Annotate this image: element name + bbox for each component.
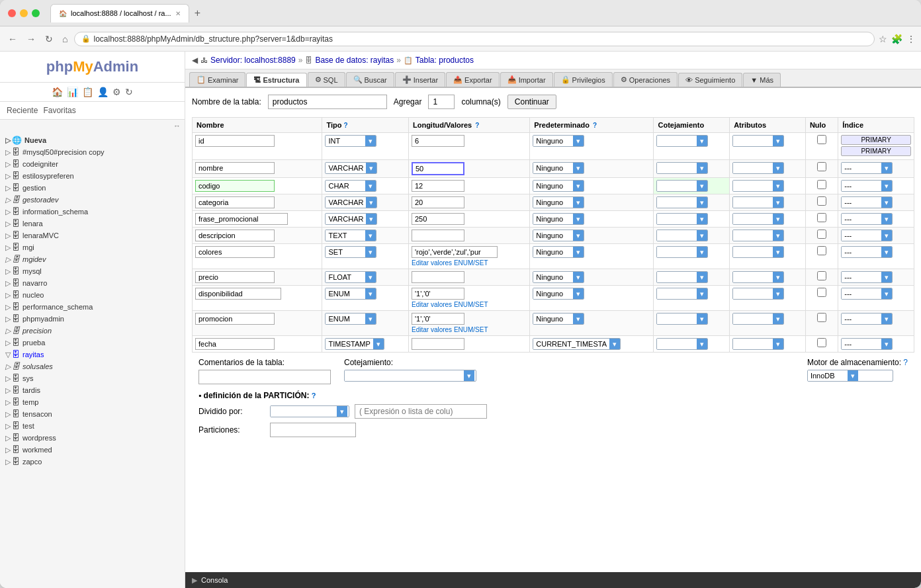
index-arrow-frase[interactable]: ▾ [881,214,892,224]
table-icon[interactable]: 📋 [82,87,93,97]
default-select-frase[interactable]: Ninguno ▾ [533,213,584,225]
type-select-colores-sel[interactable]: SET [326,247,365,257]
null-check-disponibilidad[interactable] [817,288,826,297]
index-select-promocion-sel[interactable]: --- [842,314,881,324]
attr-select-disponibilidad[interactable]: ▾ [732,288,784,300]
partition-help-icon[interactable]: ? [312,392,316,399]
attr-arrow-frase[interactable]: ▾ [773,214,783,224]
index-select-nombre-sel[interactable]: --- [842,163,881,173]
db-item-performance[interactable]: ▷ 🗄 performance_schema [0,301,185,313]
home-sidebar-icon[interactable]: 🏠 [52,87,63,97]
index-arrow-codigo[interactable]: ▾ [881,181,892,191]
browser-tab[interactable]: 🏠 localhost:8888 / localhost / ra... ✕ [50,4,189,22]
default-arrow-nombre[interactable]: ▾ [573,163,584,173]
attr-select-nombre[interactable]: ▾ [732,162,784,174]
attr-select-categoria-sel[interactable] [733,197,773,208]
index-select-frase[interactable]: --- ▾ [841,213,893,225]
default-arrow-colores[interactable]: ▾ [573,247,584,257]
db-item-tensacon[interactable]: ▷ 🗄 tensacon [0,408,185,420]
favorites-nav-item[interactable]: Favoritas [43,106,75,115]
null-check-promocion[interactable] [817,313,826,322]
db-item-solusales[interactable]: ▷ 🗄 solusales [0,360,185,372]
index-arrow-categoria[interactable]: ▾ [881,197,892,208]
db-item-rayitas[interactable]: ▽ 🗄 rayitas [0,349,185,360]
dividido-select[interactable]: ▾ [270,405,349,417]
attr-select-precio-sel[interactable] [733,272,773,282]
collation-select-disponibilidad-sel[interactable] [657,288,697,299]
motor-help-icon[interactable]: ? [903,358,908,367]
motor-select-sel[interactable]: InnoDB [808,370,848,381]
default-select-descripcion[interactable]: Ninguno ▾ [533,230,584,241]
default-arrow-precio[interactable]: ▾ [573,272,584,282]
field-name-input-fecha[interactable] [195,338,275,350]
default-select-categoria-sel[interactable]: Ninguno [533,197,573,208]
field-name-input-promocion[interactable] [195,313,275,325]
db-item-navarro[interactable]: ▷ 🗄 navarro [0,277,185,289]
tab-buscar[interactable]: 🔍 Buscar [346,72,394,87]
db-item-workmed[interactable]: ▷ 🗄 workmed [0,444,185,456]
default-arrow-id[interactable]: ▾ [573,136,584,146]
collation-arrow-promocion[interactable]: ▾ [697,314,707,324]
default-select-promocion-sel[interactable]: Ninguno [533,314,573,324]
index-arrow-fecha[interactable]: ▾ [881,339,892,349]
default-select-promocion[interactable]: Ninguno ▾ [533,313,584,325]
db-item-codeigniter[interactable]: ▷ 🗄 codeigniter [0,158,185,170]
settings-icon[interactable]: ⚙ [112,87,121,97]
address-bar[interactable]: 🔒 localhost:8888/phpMyAdmin/db_structure… [74,32,875,46]
dividido-select-sel[interactable] [271,406,337,417]
dividido-arrow[interactable]: ▾ [337,406,347,417]
length-input-codigo[interactable] [412,180,464,192]
type-select-fecha-sel[interactable]: TIMESTAMP [326,339,373,349]
default-select-fecha-sel[interactable]: CURRENT_TIMESTA [533,339,609,349]
field-name-input-descripcion[interactable] [195,230,275,241]
db-item-gestion[interactable]: ▷ 🗄 gestion [0,182,185,194]
db-item-mgidev[interactable]: ▷ 🗄 mgidev [0,253,185,265]
collation-select-nombre[interactable]: ▾ [656,162,708,174]
collation-arrow-precio[interactable]: ▾ [697,272,707,282]
type-select-nombre-sel[interactable]: VARCHAR [326,163,366,173]
collation-arrow-nombre[interactable]: ▾ [697,163,707,173]
null-check-codigo[interactable] [817,180,826,189]
attr-select-descripcion[interactable]: ▾ [732,230,784,241]
default-select-fecha[interactable]: CURRENT_TIMESTA ▾ [533,338,621,350]
length-input-precio[interactable] [412,271,464,283]
db-item-test[interactable]: ▷ 🗄 test [0,420,185,432]
default-select-categoria[interactable]: Ninguno ▾ [533,196,584,208]
db-item-sys[interactable]: ▷ 🗄 sys [0,372,185,384]
index-select-codigo[interactable]: --- ▾ [841,180,893,192]
length-input-descripcion[interactable] [412,230,464,241]
length-input-nombre[interactable] [412,162,464,175]
attr-select-frase[interactable]: ▾ [732,213,784,225]
default-select-precio[interactable]: Ninguno ▾ [533,271,584,283]
default-select-frase-sel[interactable]: Ninguno [533,214,573,224]
extensions-icon[interactable]: 🧩 [891,34,902,44]
enum-edit-disponibilidad[interactable]: Editar valores ENUM/SET [412,301,527,308]
attr-arrow-nombre[interactable]: ▾ [773,163,783,173]
bookmark-icon[interactable]: ☆ [879,34,887,44]
index-select-fecha-sel[interactable]: --- [842,339,881,349]
field-name-input-frase[interactable] [195,213,288,225]
default-select-codigo[interactable]: Ninguno ▾ [533,180,584,192]
db-item-estilos[interactable]: ▷ 🗄 estilosypreferen [0,170,185,182]
default-arrow-promocion[interactable]: ▾ [573,314,584,324]
type-select-id[interactable]: INT ▾ [325,135,376,147]
db-item-zapco[interactable]: ▷ 🗄 zapco [0,456,185,468]
type-arrow-precio[interactable]: ▾ [365,272,376,282]
collation-select-id-sel[interactable] [657,136,697,146]
close-button[interactable] [8,9,16,17]
tab-privilegios[interactable]: 🔒 Privilegios [554,72,613,87]
tab-examinar[interactable]: 📋 Examinar [189,72,245,87]
type-arrow-fecha[interactable]: ▾ [373,339,384,349]
tab-seguimiento[interactable]: 👁 Seguimiento [678,73,742,87]
back-button[interactable]: ← [5,32,20,46]
attr-select-codigo-sel[interactable] [733,181,773,191]
db-item-mysql[interactable]: ▷ 🗄 mysql [0,265,185,277]
attr-arrow-precio[interactable]: ▾ [773,272,783,282]
collation-arrow-codigo[interactable]: ▾ [697,181,707,191]
default-select-colores[interactable]: Ninguno ▾ [533,246,584,258]
tab-exportar[interactable]: 📤 Exportar [446,72,500,87]
collation-select-promocion-sel[interactable] [657,314,697,324]
motor-arrow[interactable]: ▾ [848,370,858,381]
field-name-input-categoria[interactable] [195,196,275,208]
index-select-disponibilidad[interactable]: --- ▾ [841,288,893,300]
